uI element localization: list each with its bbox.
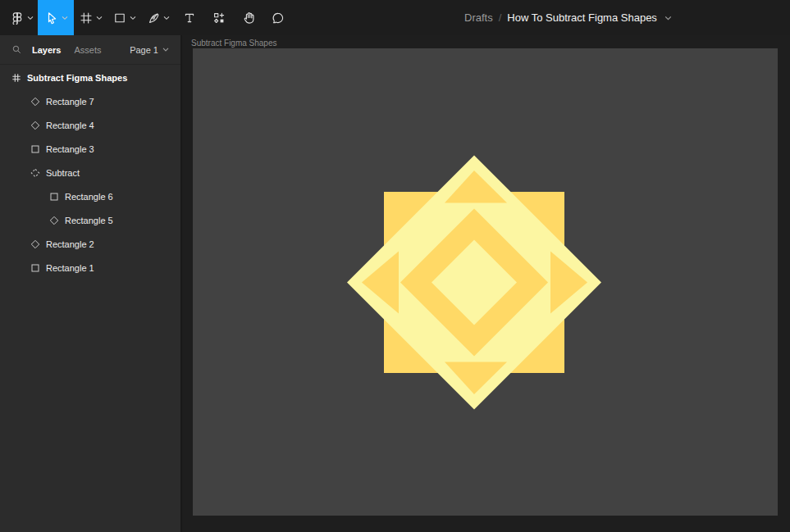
layer-row-rectangle-1[interactable]: Rectangle 1 — [0, 256, 180, 280]
component-tool-button[interactable] — [204, 0, 234, 35]
diamond-icon — [49, 216, 59, 225]
layers-panel: Layers Assets Page 1 Subtract Figma Shap… — [0, 35, 182, 532]
pen-icon — [147, 11, 160, 25]
component-icon — [212, 11, 226, 25]
hand-icon — [242, 11, 256, 25]
diamond-icon — [30, 239, 40, 249]
layer-row-rectangle-5[interactable]: Rectangle 5 — [0, 208, 180, 232]
breadcrumb-drafts-link[interactable]: Drafts — [464, 11, 493, 24]
layer-row-rectangle-7[interactable]: Rectangle 7 — [0, 89, 180, 113]
page-selector-label: Page 1 — [130, 45, 158, 55]
hand-tool-button[interactable] — [234, 0, 263, 35]
comment-icon — [272, 11, 285, 25]
frame-tool-button[interactable] — [74, 0, 107, 35]
layers-list: Subtract Figma ShapesRectangle 7Rectangl… — [0, 65, 180, 280]
square-icon — [30, 144, 40, 154]
frame-artwork — [193, 48, 778, 516]
layer-row-rectangle-6[interactable]: Rectangle 6 — [0, 184, 180, 208]
shape-tool-button[interactable] — [107, 0, 141, 35]
chevron-down-icon[interactable] — [27, 16, 34, 20]
frame-label[interactable]: Subtract Figma Shapes — [191, 39, 277, 48]
layer-row-rectangle-2[interactable]: Rectangle 2 — [0, 232, 180, 256]
diamond-icon — [30, 97, 40, 107]
frame-hash-icon — [11, 73, 21, 83]
layer-row-subtract[interactable]: Subtract — [0, 161, 180, 184]
tab-assets[interactable]: Assets — [74, 45, 101, 55]
search-icon[interactable] — [11, 44, 22, 55]
layer-label: Rectangle 7 — [46, 97, 94, 107]
square-icon — [30, 263, 40, 273]
page-chevron-down-icon — [162, 48, 169, 52]
tab-layers[interactable]: Layers — [32, 45, 61, 55]
diamond-icon — [30, 120, 40, 130]
frame-icon — [80, 11, 93, 25]
canvas[interactable]: Subtract Figma Shapes — [182, 35, 790, 532]
layer-label: Rectangle 4 — [46, 120, 94, 130]
comment-tool-button[interactable] — [263, 0, 293, 35]
chevron-down-icon[interactable] — [62, 16, 68, 20]
breadcrumb-separator: / — [499, 11, 502, 24]
chevron-down-icon[interactable] — [163, 16, 170, 20]
page-selector[interactable]: Page 1 — [130, 45, 169, 55]
figma-window: Drafts / How To Subtract Figma Shapes La… — [0, 0, 790, 532]
layer-label: Subtract — [46, 168, 80, 178]
text-icon — [183, 11, 196, 25]
layer-label: Subtract Figma Shapes — [27, 73, 127, 83]
layer-label: Rectangle 3 — [46, 144, 94, 154]
layer-row-rectangle-3[interactable]: Rectangle 3 — [0, 137, 180, 161]
layer-label: Rectangle 6 — [65, 192, 113, 202]
document-title[interactable]: How To Subtract Figma Shapes — [507, 11, 657, 24]
layer-label: Rectangle 1 — [46, 263, 94, 273]
move-tool-button[interactable] — [38, 0, 74, 35]
subtract-icon — [30, 168, 40, 178]
chevron-down-icon[interactable] — [130, 16, 136, 20]
figma-logo-icon — [11, 11, 24, 25]
cursor-icon — [44, 11, 58, 25]
document-title-chevron-down-icon[interactable] — [664, 16, 672, 20]
layer-label: Rectangle 5 — [65, 216, 113, 225]
tool-group — [7, 0, 293, 35]
text-tool-button[interactable] — [175, 0, 204, 35]
layer-row-rectangle-4[interactable]: Rectangle 4 — [0, 113, 180, 137]
square-icon — [49, 192, 59, 202]
rectangle-icon — [113, 11, 126, 25]
canvas-frame[interactable] — [193, 48, 778, 516]
chevron-down-icon[interactable] — [96, 16, 103, 20]
pen-tool-button[interactable] — [141, 0, 175, 35]
toolbar: Drafts / How To Subtract Figma Shapes — [0, 0, 790, 35]
breadcrumb: Drafts / How To Subtract Figma Shapes — [464, 0, 672, 35]
panel-header: Layers Assets Page 1 — [0, 35, 180, 65]
layer-row-subtract-figma-shapes[interactable]: Subtract Figma Shapes — [0, 66, 180, 89]
layer-label: Rectangle 2 — [46, 239, 94, 249]
main-menu-button[interactable] — [7, 0, 38, 35]
